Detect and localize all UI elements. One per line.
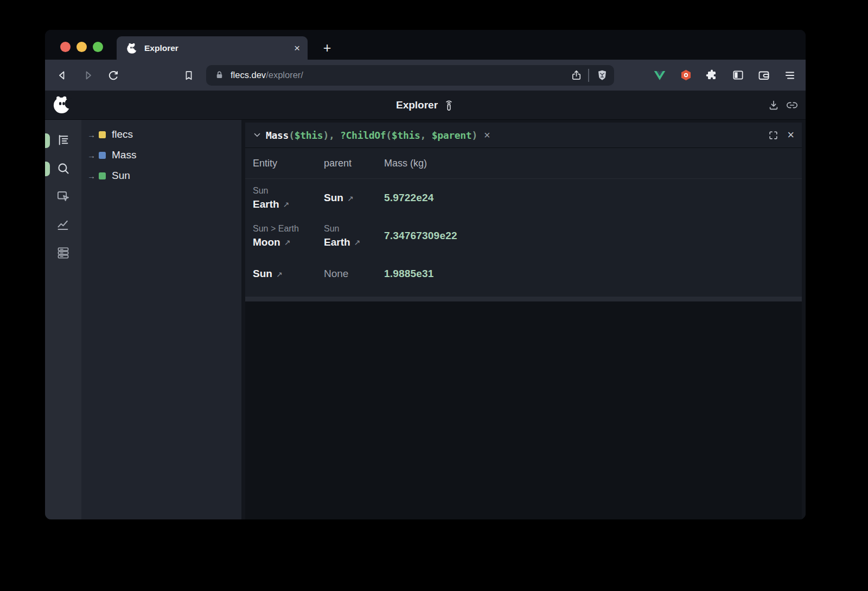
extensions-puzzle-icon[interactable]	[701, 65, 723, 86]
entity-color-swatch	[99, 172, 106, 179]
brave-shield-icon[interactable]	[596, 69, 609, 82]
table-row: Sun↗ None 1.9885e31	[245, 255, 802, 293]
result-table-header: Entity parent Mass (kg)	[245, 148, 802, 179]
tree-view-icon[interactable]	[51, 127, 76, 152]
new-tab-button[interactable]: +	[318, 39, 336, 56]
chart-icon[interactable]	[51, 212, 76, 237]
mass-value: 5.9722e24	[384, 192, 802, 204]
clear-query-icon[interactable]: ×	[484, 130, 490, 140]
table-row: Sun Earth↗ Sun↗ 5.9722e24	[245, 179, 802, 217]
close-panel-icon[interactable]: ×	[787, 129, 794, 141]
icon-sidebar	[45, 120, 81, 519]
sidebar-toggle-icon[interactable]	[727, 65, 749, 86]
external-link-arrow-icon: ↗	[347, 193, 354, 204]
wallet-icon[interactable]	[753, 65, 775, 86]
scrollbar-track[interactable]	[245, 297, 802, 301]
tree-item-mass[interactable]: → Mass	[81, 145, 241, 165]
parent-link[interactable]: Sun↗	[324, 190, 384, 205]
divider	[588, 69, 589, 82]
bookmark-button[interactable]	[178, 65, 200, 86]
mass-value: 7.34767309e22	[384, 230, 802, 242]
browser-window: Explorer × + flecs.dev/explorer/	[45, 30, 806, 519]
fullscreen-icon[interactable]	[768, 130, 778, 140]
component-color-swatch	[99, 152, 106, 159]
expand-arrow-icon[interactable]: →	[87, 130, 97, 139]
search-icon[interactable]	[51, 156, 76, 181]
active-panel-indicator-search	[45, 162, 50, 176]
link-button[interactable]	[785, 98, 799, 112]
panel-empty-area	[245, 301, 802, 519]
tree-item-label[interactable]: Sun	[112, 170, 130, 182]
column-header-parent: parent	[324, 158, 384, 169]
entity-link[interactable]: Moon↗	[253, 235, 324, 250]
column-header-mass: Mass (kg)	[384, 158, 802, 169]
mass-value: 1.9885e31	[384, 268, 802, 280]
expand-arrow-icon[interactable]: →	[87, 171, 97, 181]
expand-arrow-icon[interactable]: →	[87, 151, 97, 160]
page-title: Explorer	[396, 99, 438, 111]
external-link-arrow-icon: ↗	[284, 237, 291, 248]
traffic-lights	[60, 42, 103, 52]
entity-parent-path: Sun > Earth	[253, 222, 324, 235]
entity-link[interactable]: Sun↗	[253, 266, 324, 281]
browser-toolbar: flecs.dev/explorer/	[45, 60, 806, 91]
lock-icon[interactable]	[214, 70, 225, 80]
entity-tree-panel: → flecs → Mass → Sun	[81, 120, 241, 519]
flecs-favicon	[126, 42, 138, 54]
tree-item-label[interactable]: flecs	[112, 129, 133, 140]
tree-item-flecs[interactable]: → flecs	[81, 124, 241, 145]
share-icon[interactable]	[570, 69, 583, 81]
table-row: Sun > Earth Moon↗ Sun Earth↗ 7.34767309e…	[245, 217, 802, 255]
query-panel: Mass($this), ?ChildOf($this, $parent) × …	[241, 120, 806, 519]
entity-link[interactable]: Earth↗	[253, 197, 324, 212]
inspector-icon[interactable]	[51, 184, 76, 209]
reload-button[interactable]	[103, 65, 124, 86]
extensions-area	[649, 65, 805, 86]
back-button[interactable]	[52, 65, 73, 86]
parent-path: Sun	[324, 222, 384, 235]
module-color-swatch	[99, 131, 106, 138]
query-expression[interactable]: Mass($this), ?ChildOf($this, $parent)	[266, 130, 477, 141]
query-header: Mass($this), ?ChildOf($this, $parent) × …	[245, 123, 802, 148]
menu-icon[interactable]	[779, 65, 801, 86]
app-header: Explorer	[45, 91, 806, 120]
content-area: → flecs → Mass → Sun Mass($this), ?Chi	[45, 120, 806, 519]
external-link-arrow-icon: ↗	[276, 269, 283, 280]
result-rows: Sun Earth↗ Sun↗ 5.9722e24 Sun > Earth Mo…	[245, 179, 802, 297]
tab-title: Explorer	[144, 43, 294, 53]
close-window-button[interactable]	[60, 42, 71, 52]
tab-bar: Explorer × +	[45, 30, 806, 60]
download-button[interactable]	[767, 98, 781, 112]
entity-parent-path: Sun	[253, 184, 324, 197]
tab-close-icon[interactable]: ×	[294, 43, 300, 53]
external-link-arrow-icon: ↗	[354, 237, 361, 248]
tree-item-sun[interactable]: → Sun	[81, 165, 241, 186]
address-bar[interactable]: flecs.dev/explorer/	[206, 65, 614, 86]
zoom-window-button[interactable]	[93, 42, 103, 52]
vue-devtools-extension-icon[interactable]	[649, 65, 671, 86]
url-domain: flecs.dev	[231, 70, 266, 80]
chevron-down-icon[interactable]	[251, 130, 264, 140]
parent-none-label: None	[324, 266, 384, 281]
url-path: /explorer/	[266, 70, 303, 80]
commands-icon[interactable]	[51, 240, 76, 265]
external-link-arrow-icon: ↗	[283, 199, 290, 210]
remote-connection-icon	[443, 99, 455, 112]
tree-item-label[interactable]: Mass	[112, 149, 136, 161]
minimize-window-button[interactable]	[76, 42, 87, 52]
parent-link[interactable]: Earth↗	[324, 235, 384, 250]
forward-button[interactable]	[77, 65, 99, 86]
active-panel-indicator-tree	[45, 133, 50, 148]
hexagon-extension-icon[interactable]	[675, 65, 697, 86]
url-text: flecs.dev/explorer/	[231, 70, 570, 80]
browser-tab[interactable]: Explorer ×	[117, 36, 308, 60]
column-header-entity: Entity	[253, 158, 324, 169]
